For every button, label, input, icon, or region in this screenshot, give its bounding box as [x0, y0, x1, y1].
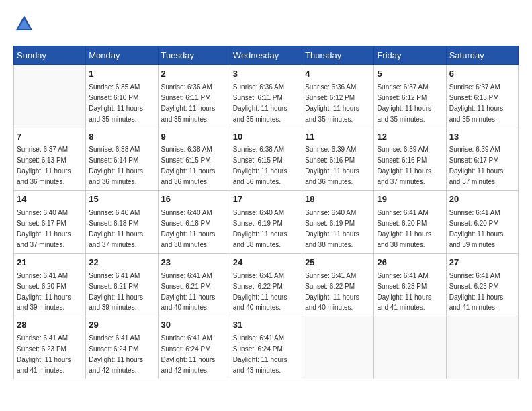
day-number: 22: [89, 257, 154, 269]
calendar-cell: 26Sunrise: 6:41 AMSunset: 6:23 PMDayligh…: [374, 253, 446, 316]
sunset-text: Sunset: 6:14 PM: [89, 156, 138, 164]
day-number: 25: [305, 257, 371, 269]
sunset-text: Sunset: 6:19 PM: [305, 220, 355, 227]
daylight-text: Daylight: 11 hours and 42 minutes.: [89, 356, 143, 374]
daylight-text: Daylight: 11 hours and 39 minutes.: [17, 293, 71, 312]
daylight-text: Daylight: 11 hours and 35 minutes.: [161, 105, 216, 123]
calendar-cell: 2Sunrise: 6:36 AMSunset: 6:11 PMDaylight…: [158, 65, 230, 128]
sunset-text: Sunset: 6:21 PM: [89, 283, 138, 290]
day-number: 13: [449, 131, 515, 144]
sunset-text: Sunset: 6:11 PM: [161, 94, 211, 101]
sunset-text: Sunset: 6:22 PM: [305, 283, 355, 290]
calendar-cell: 15Sunrise: 6:40 AMSunset: 6:18 PMDayligh…: [86, 191, 158, 254]
calendar-cell: 10Sunrise: 6:38 AMSunset: 6:15 PMDayligh…: [230, 128, 302, 191]
day-number: 31: [233, 319, 299, 332]
daylight-text: Daylight: 11 hours and 37 minutes.: [89, 230, 143, 248]
calendar-cell: 9Sunrise: 6:38 AMSunset: 6:15 PMDaylight…: [158, 128, 230, 191]
sunset-text: Sunset: 6:22 PM: [233, 283, 283, 290]
sunset-text: Sunset: 6:19 PM: [233, 220, 283, 227]
week-row-0: 1Sunrise: 6:35 AMSunset: 6:10 PMDaylight…: [14, 65, 519, 128]
daylight-text: Daylight: 11 hours and 35 minutes.: [449, 105, 504, 123]
sunrise-text: Sunrise: 6:36 AM: [233, 83, 284, 91]
sunset-text: Sunset: 6:20 PM: [17, 283, 66, 290]
logo-icon: [13, 13, 35, 35]
daylight-text: Daylight: 11 hours and 36 minutes.: [89, 167, 143, 185]
weekday-header-friday: Friday: [374, 46, 446, 65]
daylight-text: Daylight: 11 hours and 41 minutes.: [17, 356, 71, 374]
calendar-cell: 4Sunrise: 6:36 AMSunset: 6:12 PMDaylight…: [302, 65, 374, 128]
sunset-text: Sunset: 6:20 PM: [377, 220, 427, 227]
sunset-text: Sunset: 6:21 PM: [161, 283, 211, 290]
day-number: 30: [161, 319, 227, 332]
day-number: 19: [377, 193, 443, 206]
sunrise-text: Sunrise: 6:41 AM: [89, 334, 140, 342]
sunrise-text: Sunrise: 6:41 AM: [89, 272, 140, 279]
sunrise-text: Sunrise: 6:35 AM: [89, 83, 140, 91]
calendar-cell: 20Sunrise: 6:41 AMSunset: 6:20 PMDayligh…: [446, 191, 518, 254]
calendar-cell: 6Sunrise: 6:37 AMSunset: 6:13 PMDaylight…: [446, 65, 518, 128]
sunrise-text: Sunrise: 6:41 AM: [377, 209, 428, 216]
weekday-header-thursday: Thursday: [302, 46, 374, 65]
daylight-text: Daylight: 11 hours and 42 minutes.: [161, 356, 216, 374]
weekday-header-saturday: Saturday: [446, 46, 518, 65]
daylight-text: Daylight: 11 hours and 35 minutes.: [305, 105, 359, 123]
day-number: 23: [161, 257, 227, 269]
calendar-cell: [446, 316, 518, 379]
sunset-text: Sunset: 6:13 PM: [449, 94, 499, 101]
sunrise-text: Sunrise: 6:38 AM: [89, 146, 140, 153]
day-number: 16: [161, 193, 227, 206]
sunset-text: Sunset: 6:23 PM: [377, 283, 427, 290]
daylight-text: Daylight: 11 hours and 41 minutes.: [449, 293, 504, 312]
day-number: 1: [89, 68, 154, 81]
calendar-cell: 30Sunrise: 6:41 AMSunset: 6:24 PMDayligh…: [158, 316, 230, 379]
calendar-cell: 23Sunrise: 6:41 AMSunset: 6:21 PMDayligh…: [158, 253, 230, 316]
sunrise-text: Sunrise: 6:36 AM: [161, 83, 212, 91]
daylight-text: Daylight: 11 hours and 40 minutes.: [233, 293, 287, 312]
daylight-text: Daylight: 11 hours and 35 minutes.: [89, 105, 143, 123]
daylight-text: Daylight: 11 hours and 40 minutes.: [161, 293, 216, 312]
sunset-text: Sunset: 6:17 PM: [17, 220, 66, 227]
daylight-text: Daylight: 11 hours and 37 minutes.: [377, 167, 431, 185]
calendar-cell: 7Sunrise: 6:37 AMSunset: 6:13 PMDaylight…: [14, 128, 86, 191]
weekday-header-tuesday: Tuesday: [158, 46, 230, 65]
sunset-text: Sunset: 6:24 PM: [233, 345, 283, 353]
day-number: 21: [17, 257, 83, 269]
sunrise-text: Sunrise: 6:41 AM: [305, 272, 356, 279]
calendar-cell: [374, 316, 446, 379]
sunrise-text: Sunrise: 6:40 AM: [89, 209, 140, 216]
page-header: [13, 13, 519, 35]
sunrise-text: Sunrise: 6:41 AM: [233, 272, 284, 279]
calendar-cell: [14, 65, 86, 128]
sunset-text: Sunset: 6:24 PM: [89, 345, 138, 353]
logo: [13, 13, 38, 35]
calendar-body: 1Sunrise: 6:35 AMSunset: 6:10 PMDaylight…: [14, 65, 519, 379]
daylight-text: Daylight: 11 hours and 41 minutes.: [377, 293, 431, 312]
calendar-table: SundayMondayTuesdayWednesdayThursdayFrid…: [13, 46, 519, 379]
day-number: 17: [233, 193, 299, 206]
daylight-text: Daylight: 11 hours and 39 minutes.: [89, 293, 143, 312]
day-number: 11: [305, 131, 371, 144]
daylight-text: Daylight: 11 hours and 38 minutes.: [305, 230, 359, 248]
calendar-cell: 21Sunrise: 6:41 AMSunset: 6:20 PMDayligh…: [14, 253, 86, 316]
sunset-text: Sunset: 6:16 PM: [377, 156, 427, 164]
day-number: 7: [17, 131, 83, 144]
sunset-text: Sunset: 6:12 PM: [305, 94, 355, 101]
sunrise-text: Sunrise: 6:41 AM: [17, 272, 68, 279]
calendar-cell: 13Sunrise: 6:39 AMSunset: 6:17 PMDayligh…: [446, 128, 518, 191]
calendar-cell: 5Sunrise: 6:37 AMSunset: 6:12 PMDaylight…: [374, 65, 446, 128]
calendar-cell: 8Sunrise: 6:38 AMSunset: 6:14 PMDaylight…: [86, 128, 158, 191]
calendar-cell: 28Sunrise: 6:41 AMSunset: 6:23 PMDayligh…: [14, 316, 86, 379]
sunrise-text: Sunrise: 6:38 AM: [233, 146, 284, 153]
sunset-text: Sunset: 6:16 PM: [305, 156, 355, 164]
calendar-cell: 19Sunrise: 6:41 AMSunset: 6:20 PMDayligh…: [374, 191, 446, 254]
calendar-cell: 24Sunrise: 6:41 AMSunset: 6:22 PMDayligh…: [230, 253, 302, 316]
calendar-cell: 14Sunrise: 6:40 AMSunset: 6:17 PMDayligh…: [14, 191, 86, 254]
daylight-text: Daylight: 11 hours and 36 minutes.: [305, 167, 359, 185]
daylight-text: Daylight: 11 hours and 43 minutes.: [233, 356, 287, 374]
day-number: 26: [377, 257, 443, 269]
sunrise-text: Sunrise: 6:37 AM: [449, 83, 500, 91]
sunrise-text: Sunrise: 6:41 AM: [161, 272, 212, 279]
day-number: 14: [17, 193, 83, 206]
calendar-header: SundayMondayTuesdayWednesdayThursdayFrid…: [14, 46, 519, 65]
sunrise-text: Sunrise: 6:40 AM: [233, 209, 284, 216]
